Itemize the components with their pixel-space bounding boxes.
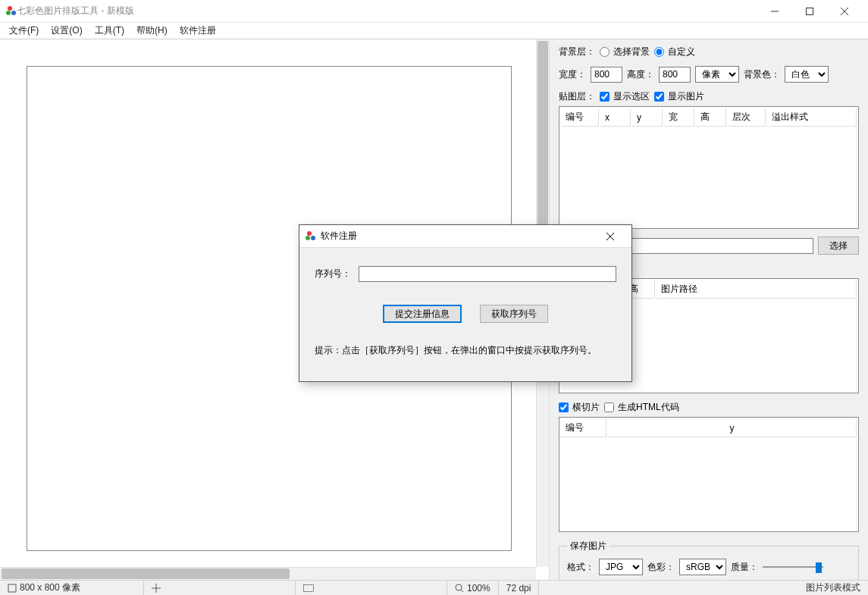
menu-register[interactable]: 软件注册 [174, 23, 222, 39]
radio-custom-bg[interactable]: 自定义 [654, 45, 695, 58]
menubar: 文件(F) 设置(O) 工具(T) 帮助(H) 软件注册 [0, 23, 868, 39]
bg-row: 背景层： 选择背景 自定义 [559, 45, 859, 58]
dialog-hint: 提示：点击［获取序列号］按钮，在弹出的窗口中按提示获取序列号。 [315, 344, 616, 357]
width-label: 宽度： [559, 68, 586, 81]
svg-point-8 [456, 584, 462, 590]
layer-table[interactable]: 编号 x y 宽 高 层次 溢出样式 [559, 106, 859, 229]
menu-tools[interactable]: 工具(T) [89, 23, 130, 39]
magnifier-icon [455, 584, 464, 593]
serial-input[interactable] [359, 266, 616, 282]
menu-help[interactable]: 帮助(H) [130, 23, 174, 39]
check-hslice[interactable]: 横切片 [559, 401, 600, 414]
select-button-1[interactable]: 选择 [818, 236, 859, 255]
menu-settings[interactable]: 设置(O) [45, 23, 88, 39]
minimize-button[interactable] [757, 0, 792, 23]
titlebar: 七彩色图片排版工具 - 新模版 [0, 0, 868, 23]
get-serial-button[interactable]: 获取序列号 [480, 305, 548, 323]
quality-label: 质量： [731, 561, 758, 574]
svg-rect-4 [8, 584, 16, 592]
color-label: 色彩： [647, 561, 675, 574]
serial-label: 序列号： [315, 268, 351, 280]
status-dpi: 72 dpi [499, 581, 540, 595]
status-pointer [144, 581, 296, 595]
window-controls [757, 0, 862, 23]
submit-button[interactable]: 提交注册信息 [383, 305, 462, 323]
rect-icon [303, 584, 314, 592]
dialog-title: 软件注册 [321, 230, 595, 243]
save-fieldset: 保存图片 格式： JPG 色彩： sRGB 质量： 90(高) 图片保存到： 选… [559, 540, 859, 580]
format-label: 格式： [567, 561, 594, 574]
check-show-image[interactable]: 显示图片 [654, 90, 704, 103]
dialog-titlebar: 软件注册 [299, 225, 631, 248]
svg-rect-1 [807, 8, 813, 14]
register-dialog: 软件注册 序列号： 提交注册信息 获取序列号 提示：点击［获取序列号］按钮，在弹… [299, 224, 632, 382]
status-dims: 800 x 800 像素 [0, 581, 144, 595]
window-title: 七彩色图片排版工具 - 新模版 [17, 5, 757, 17]
svg-line-9 [461, 590, 463, 592]
menu-file[interactable]: 文件(F) [3, 23, 45, 39]
save-legend: 保存图片 [567, 540, 609, 553]
width-input[interactable] [591, 67, 622, 83]
check-show-selection[interactable]: 显示选区 [600, 90, 650, 103]
bgcolor-label: 背景色： [744, 68, 780, 81]
status-mode[interactable]: 图片列表模式 [798, 581, 868, 595]
app-icon [6, 6, 17, 17]
height-input[interactable] [659, 67, 691, 83]
bg-label: 背景层： [559, 45, 595, 58]
height-label: 高度： [627, 68, 654, 81]
quality-slider[interactable] [763, 560, 823, 574]
format-select[interactable]: JPG [599, 559, 643, 575]
horizontal-scrollbar[interactable] [0, 567, 536, 580]
status-rect [296, 581, 447, 595]
dialog-close-button[interactable] [595, 230, 625, 243]
svg-rect-7 [304, 584, 314, 591]
crosshair-icon [152, 584, 161, 593]
bgcolor-select[interactable]: 白色 [785, 66, 829, 83]
slice-group: 横切片 生成HTML代码 编号 y [559, 401, 859, 532]
color-select[interactable]: sRGB [679, 559, 726, 575]
layer-group: 贴图层： 显示选区 显示图片 编号 x y 宽 高 层次 溢出样式 [559, 90, 859, 229]
unit-select[interactable]: 像素 [695, 66, 739, 83]
close-button[interactable] [827, 0, 862, 23]
status-zoom: 100% [447, 581, 499, 595]
check-gen-html[interactable]: 生成HTML代码 [604, 401, 679, 414]
radio-select-bg[interactable]: 选择背景 [600, 45, 650, 58]
size-row: 宽度： 高度： 像素 背景色： 白色 [559, 66, 859, 83]
maximize-button[interactable] [792, 0, 827, 23]
slice-table[interactable]: 编号 y [559, 417, 859, 532]
dialog-icon [306, 231, 316, 242]
crop-icon [8, 584, 17, 593]
statusbar: 800 x 800 像素 100% 72 dpi 图片列表模式 [0, 580, 868, 595]
layer-label: 贴图层： [559, 90, 595, 103]
